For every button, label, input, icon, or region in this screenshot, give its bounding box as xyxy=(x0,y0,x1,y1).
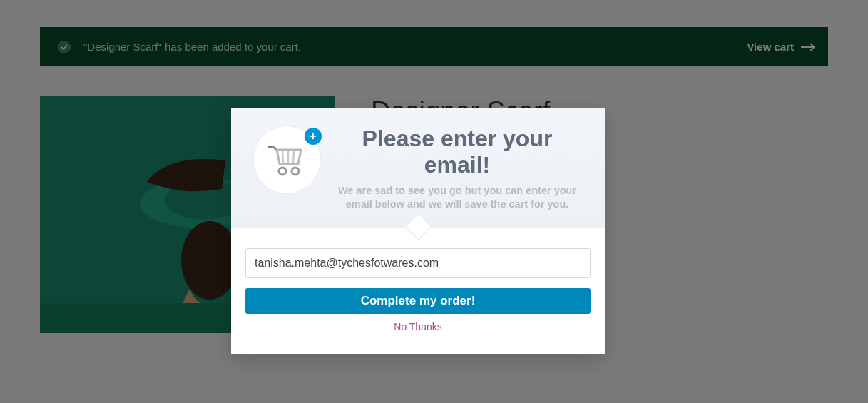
complete-order-button[interactable]: Complete my order! xyxy=(245,288,591,314)
svg-line-6 xyxy=(282,151,283,163)
svg-point-10 xyxy=(292,168,299,175)
modal-title: Please enter your email! xyxy=(331,126,583,178)
email-capture-modal: + Please enter your email! We are sad to… xyxy=(231,108,605,354)
modal-subtitle: We are sad to see you go but you can ent… xyxy=(331,184,583,212)
svg-point-9 xyxy=(279,168,286,175)
no-thanks-link[interactable]: No Thanks xyxy=(245,321,591,332)
cart-icon: + xyxy=(252,126,321,194)
plus-icon: + xyxy=(305,128,322,145)
svg-line-8 xyxy=(293,151,294,163)
email-input[interactable] xyxy=(245,248,591,278)
